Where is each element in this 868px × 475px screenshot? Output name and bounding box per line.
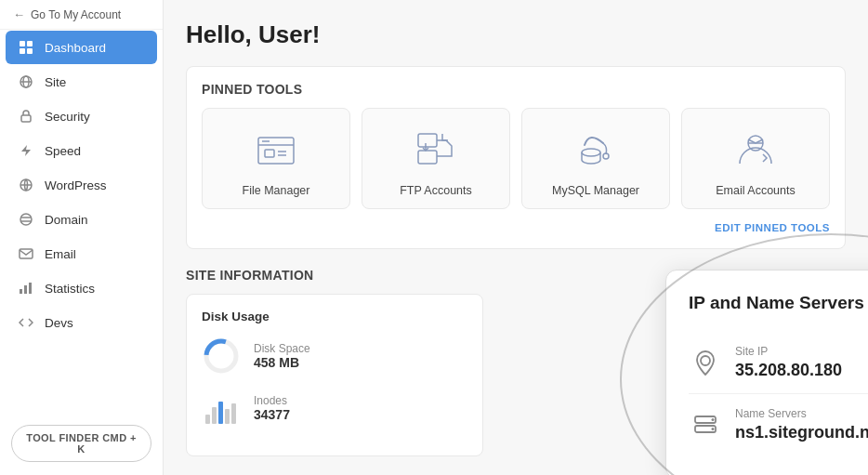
pinned-tools-grid: File Manager FTP Accounts MySQL Manager …: [202, 108, 830, 209]
sidebar-item-speed[interactable]: Speed: [6, 134, 157, 167]
site-ip-label: Site IP: [735, 345, 842, 358]
svg-rect-27: [218, 402, 223, 424]
svg-rect-18: [418, 134, 437, 147]
tool-label-mysql-manager: MySQL Manager: [552, 184, 639, 197]
svg-rect-15: [265, 150, 274, 157]
site-ip-icon: [689, 346, 722, 379]
tool-label-ftp-accounts: FTP Accounts: [400, 184, 472, 197]
email-icon: [19, 246, 35, 261]
sidebar: ← Go To My Account Dashboard Site Securi…: [0, 0, 164, 475]
inodes-item: Inodes 34377: [202, 389, 467, 428]
sidebar-item-label: Speed: [45, 144, 81, 158]
page-title: Hello, User!: [186, 20, 846, 49]
go-to-my-account[interactable]: ← Go To My Account: [0, 0, 163, 30]
sidebar-item-label: Devs: [45, 316, 73, 330]
file-manager-icon: [248, 124, 304, 175]
email-accounts-icon: [728, 124, 783, 175]
svg-point-30: [701, 356, 710, 365]
sidebar-item-label: Dashboard: [45, 41, 106, 55]
sidebar-item-security[interactable]: Security: [6, 99, 157, 133]
go-to-my-account-label: Go To My Account: [31, 8, 121, 21]
lightning-icon: [19, 143, 35, 158]
sidebar-nav: Dashboard Site Security Speed WordPress …: [0, 30, 163, 340]
svg-point-9: [20, 214, 32, 225]
sidebar-item-dashboard[interactable]: Dashboard: [6, 31, 157, 64]
site-ip-row: Site IP 35.208.80.180: [689, 332, 868, 394]
svg-rect-25: [205, 415, 210, 424]
svg-rect-28: [225, 409, 230, 424]
ftp-accounts-icon: [408, 124, 464, 175]
svg-rect-0: [20, 41, 25, 46]
tool-card-ftp-accounts[interactable]: FTP Accounts: [362, 108, 510, 209]
svg-rect-12: [24, 285, 27, 294]
svg-point-34: [712, 428, 715, 430]
mysql-manager-icon: [568, 124, 624, 175]
sidebar-item-wordpress[interactable]: WordPress: [6, 168, 157, 202]
name-servers-icon: [689, 408, 722, 442]
sidebar-item-label: WordPress: [45, 178, 107, 192]
lock-icon: [19, 109, 35, 124]
disk-usage-title: Disk Usage: [202, 310, 467, 323]
tool-card-mysql-manager[interactable]: MySQL Manager: [521, 108, 670, 209]
code-icon: [19, 315, 35, 330]
disk-space-info: Disk Space 458 MB: [254, 342, 310, 370]
edit-pinned-tools-link[interactable]: EDIT PINNED TOOLS: [202, 222, 830, 233]
disk-space-value: 458 MB: [254, 355, 310, 370]
disk-space-item: Disk Space 458 MB: [202, 336, 467, 376]
grid-icon: [19, 40, 35, 55]
sidebar-item-devs[interactable]: Devs: [6, 306, 157, 339]
globe-icon: [19, 74, 35, 89]
sidebar-item-label: Domain: [45, 213, 88, 227]
svg-rect-1: [27, 41, 33, 46]
svg-rect-7: [21, 115, 31, 122]
ip-card-title: IP and Name Servers: [689, 293, 868, 313]
sidebar-item-label: Email: [45, 247, 76, 261]
svg-point-21: [582, 149, 600, 156]
wp-icon: [19, 178, 35, 192]
svg-point-33: [712, 418, 715, 421]
name-servers-value: ns1.siteground.net: [735, 423, 868, 442]
sidebar-item-site[interactable]: Site: [6, 65, 157, 99]
site-ip-value: 35.208.80.180: [735, 361, 842, 380]
svg-rect-29: [231, 403, 236, 424]
sidebar-item-email[interactable]: Email: [6, 237, 157, 270]
disk-space-label: Disk Space: [254, 342, 310, 355]
inodes-value: 34377: [254, 407, 290, 422]
name-servers-label: Name Servers: [735, 407, 868, 420]
svg-rect-2: [20, 48, 25, 54]
tool-card-email-accounts[interactable]: Email Accounts: [681, 108, 830, 209]
site-ip-info: Site IP 35.208.80.180: [735, 345, 842, 380]
tool-card-file-manager[interactable]: File Manager: [202, 108, 350, 209]
svg-rect-10: [20, 249, 33, 258]
svg-rect-3: [27, 48, 33, 54]
tool-finder-button[interactable]: TOOL FINDER CMD + K: [11, 425, 151, 462]
sidebar-item-label: Statistics: [45, 282, 95, 296]
sidebar-item-label: Site: [45, 75, 66, 89]
disk-usage-card: Disk Usage Disk Space 458 MB: [186, 294, 483, 456]
sidebar-item-domain[interactable]: Domain: [6, 203, 157, 236]
inodes-chart-icon: [202, 389, 241, 428]
disk-space-chart-icon: [202, 336, 241, 376]
svg-rect-13: [29, 283, 32, 294]
inodes-info: Inodes 34377: [254, 394, 290, 422]
svg-rect-26: [212, 407, 217, 424]
inodes-label: Inodes: [254, 394, 290, 407]
sidebar-item-statistics[interactable]: Statistics: [6, 271, 157, 305]
pinned-tools-card: Pinned Tools File Manager FTP Accounts M…: [186, 66, 846, 249]
main-content: Hello, User! Pinned Tools File Manager F…: [164, 0, 868, 475]
tool-label-email-accounts: Email Accounts: [716, 184, 795, 197]
svg-rect-19: [418, 151, 437, 164]
sidebar-item-label: Security: [45, 110, 90, 124]
back-arrow-icon: ←: [13, 7, 25, 21]
chart-icon: [19, 281, 35, 296]
svg-rect-11: [20, 289, 22, 294]
domain-icon: [19, 212, 35, 227]
name-servers-info: Name Servers ns1.siteground.net: [735, 407, 868, 442]
tool-label-file-manager: File Manager: [243, 184, 310, 197]
name-servers-row: Name Servers ns1.siteground.net: [689, 394, 868, 455]
ip-name-servers-card: IP and Name Servers Site IP 35.208.80.18…: [665, 270, 868, 475]
pinned-tools-section-title: Pinned Tools: [202, 82, 830, 97]
